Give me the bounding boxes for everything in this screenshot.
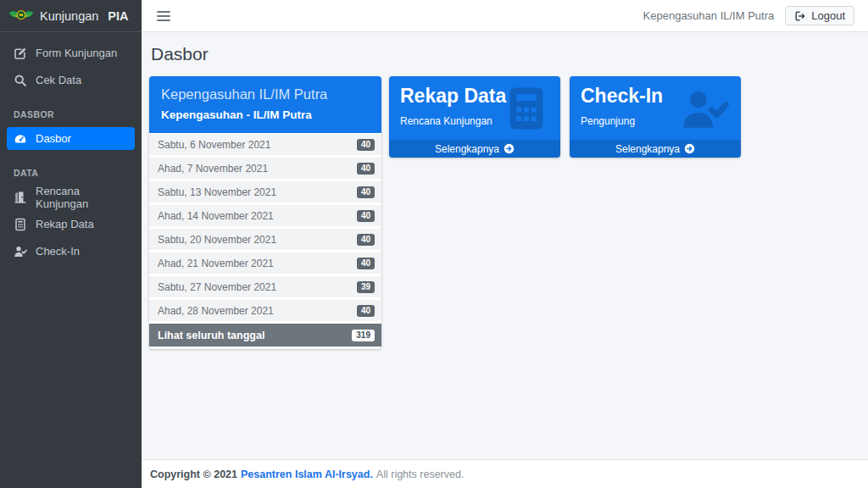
arrow-circle-right-icon <box>504 143 515 154</box>
schedule-card-title: Kepengasuhan IL/IM Putra <box>161 86 370 103</box>
count-badge: 40 <box>357 305 375 317</box>
logout-label: Logout <box>811 9 845 22</box>
schedule-row: Ahad, 7 November 202140 <box>149 158 381 179</box>
schedule-row: Ahad, 14 November 202140 <box>149 205 381 226</box>
rights-text: All rights reserved. <box>376 469 465 480</box>
page-title: Dasbor <box>151 44 860 64</box>
hamburger-icon <box>157 11 170 13</box>
copyright-text: Copyright © 2021 <box>150 469 237 480</box>
schedule-row: Sabtu, 27 November 202139 <box>149 276 381 297</box>
tachometer-icon <box>14 132 27 146</box>
sidebar-item-label: Rekap Data <box>36 218 94 230</box>
calculator-icon <box>503 85 550 132</box>
main-area: Kepengasuhan IL/IM Putra Logout Dasbor K… <box>142 0 868 488</box>
page-footer: Copyright © 2021 Pesantren Islam Al-Irsy… <box>142 459 868 488</box>
schedule-list: Sabtu, 6 November 202140 Ahad, 7 Novembe… <box>149 134 381 321</box>
schedule-date: Ahad, 7 November 2021 <box>158 163 268 175</box>
schedule-date: Sabtu, 20 November 2021 <box>158 234 276 246</box>
more-link-label: Selengkapnya <box>615 143 680 155</box>
sidebar-toggle-button[interactable] <box>153 8 174 25</box>
more-link-label: Selengkapnya <box>435 143 499 155</box>
user-check-icon <box>678 85 731 134</box>
navbar-right: Kepengasuhan IL/IM Putra Logout <box>643 6 854 25</box>
account-label: Kepengasuhan IL/IM Putra <box>643 9 775 22</box>
schedule-card-header: Kepengasuhan IL/IM Putra Kepengasuhan - … <box>149 76 381 133</box>
schedule-date: Sabtu, 27 November 2021 <box>158 281 276 293</box>
logout-button[interactable]: Logout <box>785 6 854 25</box>
check-in-box: Check-In Pengunjung Selengkapnya <box>570 76 741 158</box>
schedule-row: Sabtu, 6 November 202140 <box>149 134 381 155</box>
sidebar-item-label: Cek Data <box>36 74 81 86</box>
brand-link[interactable]: KunjunganPIA <box>0 0 142 32</box>
count-badge: 40 <box>357 258 375 269</box>
sidebar-item-label: Check-In <box>36 245 80 258</box>
logout-icon <box>794 10 806 22</box>
total-count-badge: 319 <box>352 330 375 341</box>
sidebar-menu: Form Kunjungan Cek Data DASBOR Dasbor DA… <box>0 32 142 267</box>
arrow-circle-right-icon <box>684 143 695 154</box>
brand-title-bold: PIA <box>108 9 128 23</box>
view-all-dates-label: Lihat seluruh tanggal <box>158 330 264 341</box>
schedule-row: Ahad, 28 November 202140 <box>149 300 381 321</box>
dashboard-widgets: Kepengasuhan IL/IM Putra Kepengasuhan - … <box>149 76 860 349</box>
count-badge: 40 <box>357 139 375 151</box>
sidebar-item-label: Rencana Kunjungan <box>36 185 128 210</box>
schedule-date: Sabtu, 6 November 2021 <box>158 139 270 151</box>
sidebar-item-rekap-data[interactable]: Rekap Data <box>7 213 135 236</box>
schedule-card-subtitle: Kepengasuhan - IL/IM Putra <box>161 108 370 121</box>
count-badge: 40 <box>357 163 375 175</box>
rekap-data-box: Rekap Data Rencana Kunjungan Selengkapny… <box>389 76 560 158</box>
schedule-card: Kepengasuhan IL/IM Putra Kepengasuhan - … <box>149 76 381 349</box>
sidebar-section-header-dasbor: DASBOR <box>7 96 135 127</box>
sidebar-item-dasbor[interactable]: Dasbor <box>7 127 135 150</box>
count-badge: 39 <box>357 281 375 293</box>
sidebar-item-label: Dasbor <box>36 132 71 145</box>
schedule-date: Sabtu, 13 November 2021 <box>158 186 276 198</box>
sidebar-item-form-kunjungan[interactable]: Form Kunjungan <box>7 42 135 64</box>
door-open-icon <box>14 191 27 204</box>
user-check-icon <box>14 245 27 258</box>
count-badge: 40 <box>357 210 375 222</box>
rekap-data-more-link[interactable]: Selengkapnya <box>389 140 560 158</box>
view-all-dates-link[interactable]: Lihat seluruh tanggal 319 <box>149 324 381 347</box>
calculator-icon <box>14 218 27 231</box>
schedule-date: Ahad, 14 November 2021 <box>158 210 274 222</box>
content-area: Dasbor Kepengasuhan IL/IM Putra Kepengas… <box>142 32 868 459</box>
schedule-date: Ahad, 28 November 2021 <box>158 305 274 317</box>
schedule-date: Ahad, 21 November 2021 <box>158 258 274 269</box>
schedule-row: Ahad, 21 November 202140 <box>149 252 381 274</box>
organization-link[interactable]: Pesantren Islam Al-Irsyad. <box>241 469 373 480</box>
top-navbar: Kepengasuhan IL/IM Putra Logout <box>142 0 868 32</box>
sidebar-item-cek-data[interactable]: Cek Data <box>7 69 135 92</box>
app-window: KunjunganPIA Form Kunjungan Cek Data DAS… <box>0 0 868 488</box>
sidebar-item-check-in[interactable]: Check-In <box>7 240 135 263</box>
search-icon <box>14 74 27 87</box>
count-badge: 40 <box>357 234 375 246</box>
edit-icon <box>14 47 27 60</box>
sidebar-section-header-data: DATA <box>7 154 135 186</box>
count-badge: 40 <box>357 186 375 198</box>
check-in-more-link[interactable]: Selengkapnya <box>570 140 741 158</box>
brand-logo-icon <box>8 8 34 25</box>
schedule-row: Sabtu, 20 November 202140 <box>149 229 381 250</box>
sidebar: KunjunganPIA Form Kunjungan Cek Data DAS… <box>0 0 142 488</box>
brand-title: Kunjungan <box>40 9 98 23</box>
sidebar-item-label: Form Kunjungan <box>36 47 117 59</box>
schedule-row: Sabtu, 13 November 202140 <box>149 181 381 202</box>
sidebar-item-rencana-kunjungan[interactable]: Rencana Kunjungan <box>7 186 135 208</box>
